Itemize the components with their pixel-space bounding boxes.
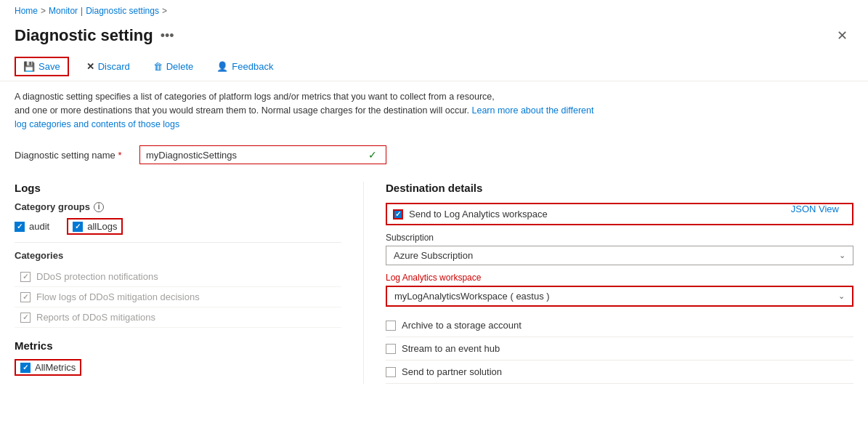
workspace-value: myLogAnalyticsWorkspace ( eastus ) <box>394 291 550 302</box>
cat-ddos-notifications: ✓ DDoS protection notifications <box>15 267 341 287</box>
save-icon: 💾 <box>23 61 35 72</box>
close-button[interactable]: ✕ <box>831 25 853 47</box>
logs-section-title: Logs <box>15 182 341 194</box>
archive-row: Archive to a storage account <box>386 314 853 337</box>
category-groups-info-icon[interactable]: i <box>94 202 104 212</box>
cat-flow-logs: ✓ Flow logs of DDoS mitigation decisions <box>15 287 341 307</box>
feedback-label: Feedback <box>232 61 273 72</box>
breadcrumb-home[interactable]: Home <box>15 6 38 16</box>
allmetrics-label: AllMetrics <box>35 362 76 373</box>
archive-label: Archive to a storage account <box>402 320 522 331</box>
json-view-link[interactable]: JSON View <box>791 204 839 214</box>
categories-label: Categories <box>15 250 341 261</box>
subscription-value: Azure Subscription <box>394 250 473 261</box>
feedback-button[interactable]: 👤 Feedback <box>211 58 279 75</box>
flow-logs-checkbox[interactable]: ✓ <box>20 292 31 302</box>
workspace-chevron-icon: ⌄ <box>838 291 845 301</box>
flow-logs-check-icon: ✓ <box>23 293 28 301</box>
description-text1: A diagnostic setting specifies a list of… <box>15 92 495 102</box>
left-panel: Logs Category groups i ✓ audit ✓ allLogs… <box>15 182 363 384</box>
feedback-icon: 👤 <box>216 61 228 72</box>
reports-label: Reports of DDoS mitigations <box>36 312 155 323</box>
subscription-chevron-icon: ⌄ <box>839 251 845 260</box>
form-section: Diagnostic setting name * ✓ <box>0 140 868 182</box>
subscription-label: Subscription <box>386 233 853 243</box>
validation-check-icon: ✓ <box>368 149 377 161</box>
workspace-section: Log Analytics workspace myLogAnalyticsWo… <box>386 273 853 307</box>
category-groups-label: Category groups i <box>15 201 341 212</box>
flow-logs-label: Flow logs of DDoS mitigation decisions <box>36 291 200 302</box>
reports-checkbox[interactable]: ✓ <box>20 313 31 323</box>
categories-section: Categories ✓ DDoS protection notificatio… <box>15 250 341 328</box>
audit-label: audit <box>29 221 49 232</box>
subscription-section: Subscription Azure Subscription ⌄ <box>386 233 853 265</box>
send-to-log-row: ✓ Send to Log Analytics workspace <box>386 203 853 225</box>
archive-checkbox[interactable] <box>386 321 396 331</box>
send-log-check-icon: ✓ <box>395 210 401 218</box>
discard-label: Discard <box>98 61 130 72</box>
discard-button[interactable]: ✕ Discard <box>81 58 136 75</box>
stream-checkbox[interactable] <box>386 344 396 354</box>
audit-checkbox-item: ✓ audit <box>15 218 49 235</box>
alllogs-box: ✓ allLogs <box>67 218 123 235</box>
page-title: Diagnostic setting <box>15 26 153 45</box>
save-button[interactable]: 💾 Save <box>15 57 69 76</box>
main-content: Logs Category groups i ✓ audit ✓ allLogs… <box>0 182 868 384</box>
audit-check-icon: ✓ <box>17 222 23 230</box>
subscription-dropdown[interactable]: Azure Subscription ⌄ <box>386 246 853 265</box>
category-groups-checkboxes: ✓ audit ✓ allLogs <box>15 218 341 235</box>
delete-icon: 🗑 <box>153 61 163 72</box>
stream-row: Stream to an event hub <box>386 337 853 361</box>
alllogs-checkbox[interactable]: ✓ <box>73 222 83 232</box>
workspace-label: Log Analytics workspace <box>386 273 853 283</box>
toolbar: 💾 Save ✕ Discard 🗑 Delete 👤 Feedback <box>0 52 868 81</box>
partner-checkbox[interactable] <box>386 367 396 377</box>
more-options-icon[interactable]: ••• <box>161 28 174 44</box>
name-input[interactable] <box>146 150 364 161</box>
workspace-dropdown[interactable]: myLogAnalyticsWorkspace ( eastus ) ⌄ <box>386 286 853 307</box>
discard-icon: ✕ <box>86 61 94 72</box>
breadcrumb-monitor[interactable]: Monitor <box>49 6 78 16</box>
right-panel: Destination details ✓ Send to Log Analyt… <box>363 182 853 384</box>
metrics-section: Metrics ✓ AllMetrics <box>15 339 341 376</box>
send-to-log-label: Send to Log Analytics workspace <box>409 209 548 220</box>
cat-reports: ✓ Reports of DDoS mitigations <box>15 307 341 328</box>
ddos-notifications-check-icon: ✓ <box>23 273 28 281</box>
delete-label: Delete <box>166 61 194 72</box>
allmetrics-check-icon: ✓ <box>23 363 28 371</box>
stream-label: Stream to an event hub <box>402 343 500 354</box>
partner-row: Send to partner solution <box>386 361 853 384</box>
breadcrumb-diagnostic-settings[interactable]: Diagnostic settings <box>86 6 159 16</box>
audit-checkbox[interactable]: ✓ <box>15 222 25 232</box>
ddos-notifications-checkbox[interactable]: ✓ <box>20 272 31 282</box>
destination-title: Destination details <box>386 182 853 194</box>
allmetrics-box: ✓ AllMetrics <box>15 359 81 376</box>
breadcrumb: Home > Monitor | Diagnostic settings > <box>0 0 868 22</box>
name-input-wrap: ✓ <box>139 145 386 164</box>
partner-label: Send to partner solution <box>402 366 502 377</box>
diagnostic-name-field: Diagnostic setting name * ✓ <box>15 145 853 164</box>
alllogs-check-icon: ✓ <box>75 222 81 230</box>
ddos-notifications-label: DDoS protection notifications <box>36 271 158 282</box>
alllogs-label: allLogs <box>87 221 117 232</box>
allmetrics-checkbox[interactable]: ✓ <box>20 363 31 373</box>
metrics-section-title: Metrics <box>15 339 341 352</box>
page-header: Diagnostic setting ••• ✕ <box>0 22 868 52</box>
description-text2: and one or more destinations that you wo… <box>15 105 469 116</box>
delete-button[interactable]: 🗑 Delete <box>147 58 200 75</box>
save-label: Save <box>38 61 60 72</box>
reports-check-icon: ✓ <box>23 313 28 321</box>
send-log-checkbox[interactable]: ✓ <box>393 209 403 220</box>
description-bar: A diagnostic setting specifies a list of… <box>0 81 617 140</box>
name-label: Diagnostic setting name * <box>15 150 131 161</box>
